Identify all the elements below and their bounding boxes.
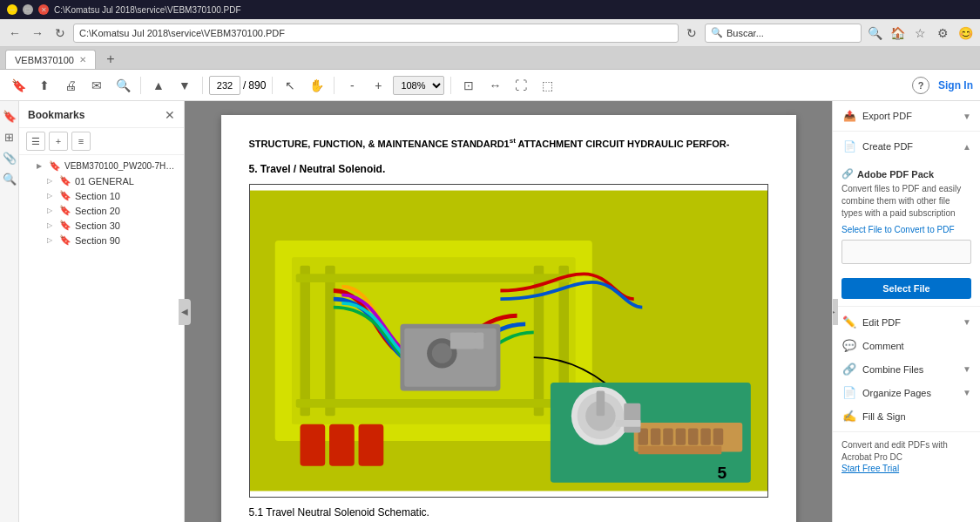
fill-sign-icon: ✍️ [841,410,857,423]
separator-5 [450,77,451,94]
zoom-out-btn[interactable]: - [341,74,363,97]
tool-upload-btn[interactable]: ⬆ [33,74,56,97]
separator-2 [202,77,203,94]
adobe-pack-icon: 🔗 [841,168,854,180]
main-layout: 🔖 ⊞ 📎 🔍 Bookmarks ✕ ☰ + ≡ ▶ 🔖 VEBM370100… [0,101,980,522]
start-trial-link[interactable]: Start Free Trial [841,464,971,473]
search-bar[interactable]: 🔍 Buscar... [705,24,862,43]
bm-options-btn[interactable]: ≡ [71,132,91,151]
pdf-page: STRUCTURE, FUNCTION, & MAINTENANCE STAND… [221,115,796,522]
help-btn[interactable]: ? [912,77,929,94]
tree-item-section30[interactable]: ▷ 🔖 Section 30 [19,218,184,233]
create-pdf-row[interactable]: 📄 Create PDF ▲ [833,132,980,161]
organize-row[interactable]: 📄 Organize Pages ▼ [833,381,980,404]
select-file-btn[interactable]: Select File [841,278,971,299]
fullscreen-btn[interactable]: ⛶ [510,74,532,97]
home-btn[interactable]: 🏠 [888,24,907,43]
fit-width-btn[interactable]: ↔ [483,74,506,97]
side-icons-panel: 🔖 ⊞ 📎 🔍 [0,101,19,522]
side-nav-icon[interactable]: ⊞ [2,129,17,145]
expand-icon: ▶ [37,162,45,170]
edit-pdf-row[interactable]: ✏️ Edit PDF ▼ [833,310,980,334]
collapse-panel-right-btn[interactable]: ▶ [832,299,838,325]
forward-btn[interactable]: → [28,24,47,43]
address-value: C:\Komatsu Jul 2018\service\VEBM370100.P… [79,28,285,38]
combine-icon: 🔗 [841,363,857,376]
organize-label: Organize Pages [862,388,957,398]
bookmarks-close-btn[interactable]: ✕ [165,108,175,122]
fill-sign-row[interactable]: ✍️ Fill & Sign [833,404,980,428]
bookmarks-title: Bookmarks [28,109,84,121]
new-tab-btn[interactable]: + [101,50,120,69]
pdf-document-title: STRUCTURE, FUNCTION, & MAINTENANCE STAND… [249,136,768,151]
zoom-select[interactable]: 108% [393,76,444,95]
close-btn[interactable]: ✕ [38,4,49,15]
settings-btn[interactable]: ⚙ [933,24,952,43]
tab-close-btn[interactable]: ✕ [79,55,86,64]
file-drop-area[interactable] [841,240,971,264]
pro-dc-text: Convert and edit PDFs with Acrobat Pro D… [841,439,971,464]
comment-row[interactable]: 💬 Comment [833,334,980,357]
create-pdf-chevron-icon: ▲ [963,142,971,152]
tab-vebm[interactable]: VEBM370100 ✕ [5,50,96,69]
next-page-btn[interactable]: ▼ [173,74,196,97]
bm-expand-all-btn[interactable]: ☰ [26,132,45,151]
refresh-btn[interactable]: ↻ [51,24,70,43]
tool-print-btn[interactable]: 🖨 [59,74,82,97]
select-file-link[interactable]: Select File to Convert to PDF [841,225,971,234]
comment-label: Comment [862,341,971,351]
combine-row[interactable]: 🔗 Combine Files ▼ [833,357,980,381]
adobe-pack-description: Convert files to PDF and easily combine … [841,183,971,220]
sign-in-btn[interactable]: Sign In [938,79,973,92]
svg-rect-15 [300,424,325,466]
tree-label-general: 01 GENERAL [75,176,177,186]
pro-dc-promo: Convert and edit PDFs with Acrobat Pro D… [833,431,980,480]
side-bookmarks-icon[interactable]: 🔖 [2,108,17,124]
expand-icon-general: ▷ [47,177,56,185]
side-layers-icon[interactable]: 📎 [2,150,17,166]
tree-item-general[interactable]: ▷ 🔖 01 GENERAL [19,173,184,188]
hand-tool-btn[interactable]: ✋ [305,74,328,97]
help-label: ? [918,80,924,91]
comment-icon: 💬 [841,339,857,352]
maximize-btn[interactable]: □ [23,4,33,15]
address-bar[interactable]: C:\Komatsu Jul 2018\service\VEBM370100.P… [73,24,679,43]
window-controls[interactable]: ─ □ ✕ [7,4,49,15]
marquee-zoom-btn[interactable]: ⬚ [536,74,558,97]
tree-item-section20[interactable]: ▷ 🔖 Section 20 [19,203,184,218]
export-pdf-row[interactable]: 📤 Export PDF ▼ [833,101,980,131]
svg-rect-28 [675,429,685,445]
svg-rect-34 [624,403,640,433]
svg-rect-14 [449,332,483,349]
user-icon[interactable]: 😊 [956,24,975,43]
search-btn[interactable]: 🔍 [865,24,884,43]
tool-bookmarks-btn[interactable]: 🔖 [7,74,30,97]
pdf-viewer[interactable]: STRUCTURE, FUNCTION, & MAINTENANCE STAND… [185,101,832,522]
bookmarks-tree: ▶ 🔖 VEBM370100_PW200-7H-PW220-7H ▷ 🔖 01 … [19,155,184,522]
bookmarks-header: Bookmarks ✕ [19,101,184,128]
tree-label-section20: Section 20 [75,206,177,216]
tree-item-root[interactable]: ▶ 🔖 VEBM370100_PW200-7H-PW220-7H [19,159,184,173]
star-btn[interactable]: ☆ [910,24,929,43]
svg-rect-26 [650,429,659,445]
side-search2-icon[interactable]: 🔍 [2,171,17,186]
bm-add-btn[interactable]: + [49,132,68,151]
prev-page-btn[interactable]: ▲ [147,74,170,97]
page-input[interactable] [209,76,240,95]
fit-page-btn[interactable]: ⊡ [457,74,480,97]
back-btn[interactable]: ← [5,24,24,43]
svg-text:5: 5 [717,464,727,482]
tool-search-btn[interactable]: 🔍 [112,74,134,97]
collapse-panel-left-btn[interactable]: ◀ [179,299,191,325]
refresh-btn2[interactable]: ↻ [682,24,701,43]
separator-1 [140,77,141,94]
svg-rect-16 [329,424,355,466]
zoom-in-btn[interactable]: + [367,74,389,97]
fill-sign-label: Fill & Sign [862,411,971,422]
tool-email-btn[interactable]: ✉ [85,74,108,97]
cursor-tool-btn[interactable]: ↖ [279,74,301,97]
tree-item-section10[interactable]: ▷ 🔖 Section 10 [19,188,184,203]
minimize-btn[interactable]: ─ [7,4,17,15]
tree-item-section90[interactable]: ▷ 🔖 Section 90 [19,233,184,247]
export-pdf-label: Export PDF [862,111,957,121]
